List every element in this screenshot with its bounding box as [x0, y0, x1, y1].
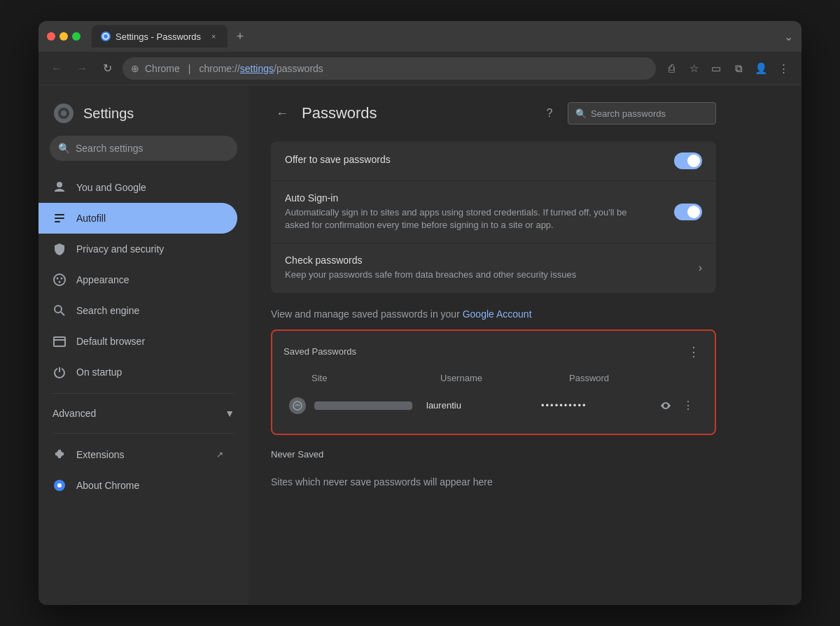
offer-save-passwords-row: Offer to save passwords [271, 141, 716, 180]
puzzle-icon [52, 448, 66, 462]
traffic-light-green[interactable] [72, 32, 80, 41]
sidebar-label-extensions: Extensions [76, 449, 124, 460]
person-icon [52, 180, 66, 194]
sidebar-advanced-section[interactable]: Advanced ▼ [38, 399, 248, 427]
back-button[interactable]: ← [271, 102, 293, 125]
sidebar-label-on-startup: On startup [76, 367, 122, 378]
password-row-actions: ⋮ [656, 396, 698, 415]
advanced-chevron-icon: ▼ [225, 408, 234, 419]
check-passwords-row[interactable]: Check passwords Keep your passwords safe… [271, 243, 716, 292]
nav-action-buttons: ⎙ ☆ ▭ ⧉ 👤 ⋮ [662, 59, 793, 78]
search-settings-input[interactable] [76, 143, 229, 154]
saved-passwords-section: Saved Passwords ⋮ Site Username Password [271, 329, 716, 435]
sidebar-item-about-chrome[interactable]: About Chrome [38, 470, 237, 501]
menu-button[interactable]: ⋮ [774, 59, 793, 78]
help-button[interactable]: ? [540, 104, 559, 123]
password-masked-value: •••••••••• [541, 400, 656, 411]
check-passwords-text: Check passwords Keep your passwords safe… [285, 255, 576, 281]
password-site-favicon [289, 397, 306, 414]
check-passwords-desc: Keep your passwords safe from data breac… [285, 269, 576, 281]
page-header: ← Passwords ? 🔍 [271, 102, 716, 125]
sidebar-item-autofill[interactable]: Autofill [38, 203, 237, 234]
active-tab[interactable]: Settings - Passwords × [92, 25, 227, 48]
sidebar-label-about-chrome: About Chrome [76, 480, 139, 491]
svg-point-10 [59, 281, 61, 283]
sidebar: Settings 🔍 You and Google [38, 85, 248, 605]
offer-save-toggle[interactable] [674, 152, 702, 169]
svg-point-9 [61, 278, 63, 280]
title-bar: Settings - Passwords × + ⌄ [38, 21, 802, 52]
offer-save-label: Offer to save passwords [285, 154, 391, 165]
search-icon [52, 304, 66, 318]
sidebar-label-appearance: Appearance [76, 274, 130, 285]
share-button[interactable]: ⎙ [662, 59, 681, 78]
browser-window: Settings - Passwords × + ⌄ ← → ↻ ⊕ Chrom… [38, 21, 802, 605]
autofill-icon [52, 211, 66, 225]
sidebar-item-extensions[interactable]: Extensions ↗ [38, 439, 237, 470]
sidebar-label-privacy: Privacy and security [76, 243, 164, 255]
forward-navigation-button[interactable]: → [72, 59, 92, 78]
sidebar-item-default-browser[interactable]: Default browser [38, 326, 237, 357]
auto-signin-toggle[interactable] [674, 204, 702, 220]
sidebar-item-you-and-google[interactable]: You and Google [38, 172, 237, 203]
column-password: Password [569, 373, 687, 383]
content-area: ← Passwords ? 🔍 [248, 85, 802, 605]
show-password-button[interactable] [656, 396, 676, 415]
column-site: Site [312, 373, 429, 383]
refresh-button[interactable]: ↻ [97, 59, 117, 78]
address-bar[interactable]: ⊕ Chrome | chrome://settings/passwords [122, 57, 656, 80]
never-saved-section: Never Saved Sites which never save passw… [271, 449, 716, 493]
auto-signin-text: Auto Sign-in Automatically sign in to si… [285, 192, 635, 232]
shield-icon [52, 242, 66, 256]
search-passwords-bar[interactable]: 🔍 [568, 102, 716, 125]
sidebar-item-on-startup[interactable]: On startup [38, 357, 237, 387]
profile-button[interactable]: 👤 [751, 59, 771, 78]
traffic-light-yellow[interactable] [59, 32, 68, 41]
passwords-page: ← Passwords ? 🔍 [248, 85, 738, 510]
offer-save-text: Offer to save passwords [285, 154, 391, 168]
search-passwords-icon: 🔍 [575, 108, 587, 119]
column-username: Username [440, 373, 558, 383]
password-site-url [314, 401, 412, 410]
never-saved-title: Never Saved [271, 449, 716, 460]
google-account-link[interactable]: Google Account [463, 308, 532, 320]
search-settings-bar[interactable]: 🔍 [50, 136, 237, 161]
sidebar-item-search-engine[interactable]: Search engine [38, 295, 237, 326]
sidebar-label-default-browser: Default browser [76, 336, 145, 347]
saved-passwords-more-button[interactable]: ⋮ [684, 342, 704, 362]
back-navigation-button[interactable]: ← [47, 59, 66, 78]
external-link-icon: ↗ [216, 450, 223, 460]
media-button[interactable]: ▭ [706, 59, 726, 78]
power-icon [52, 365, 66, 379]
new-tab-button[interactable]: + [230, 27, 250, 46]
svg-point-16 [57, 483, 62, 488]
password-username: laurentiu [412, 400, 541, 411]
url-prefix: chrome:// [199, 63, 239, 74]
sidebar-item-appearance[interactable]: Appearance [38, 264, 237, 295]
window-menu-button[interactable]: ⌄ [784, 30, 793, 43]
search-passwords-input[interactable] [591, 108, 708, 119]
passwords-table-header: Site Username Password [284, 373, 704, 389]
navigation-bar: ← → ↻ ⊕ Chrome | chrome://settings/passw… [38, 52, 802, 85]
tab-close-button[interactable]: × [208, 31, 219, 42]
check-passwords-arrow-icon: › [699, 262, 702, 274]
saved-passwords-title: Saved Passwords [284, 346, 356, 357]
svg-rect-4 [55, 214, 64, 215]
password-entry-more-button[interactable]: ⋮ [678, 396, 698, 415]
browser-icon [52, 334, 66, 348]
page-header-left: ← Passwords [271, 102, 377, 125]
split-view-button[interactable]: ⧉ [729, 59, 748, 78]
bookmark-button[interactable]: ☆ [684, 59, 704, 78]
traffic-light-red[interactable] [47, 32, 55, 41]
settings-logo-icon [52, 102, 75, 125]
never-saved-empty-text: Sites which never save passwords will ap… [271, 471, 716, 493]
page-title: Passwords [302, 104, 377, 122]
settings-title: Settings [83, 106, 134, 122]
palette-icon [52, 273, 66, 287]
sidebar-divider-2 [52, 433, 234, 434]
auto-signin-label: Auto Sign-in [285, 192, 635, 204]
url-path: settings [240, 63, 274, 74]
sidebar-item-privacy-security[interactable]: Privacy and security [38, 234, 237, 264]
svg-point-3 [61, 111, 66, 116]
svg-rect-6 [55, 221, 60, 222]
